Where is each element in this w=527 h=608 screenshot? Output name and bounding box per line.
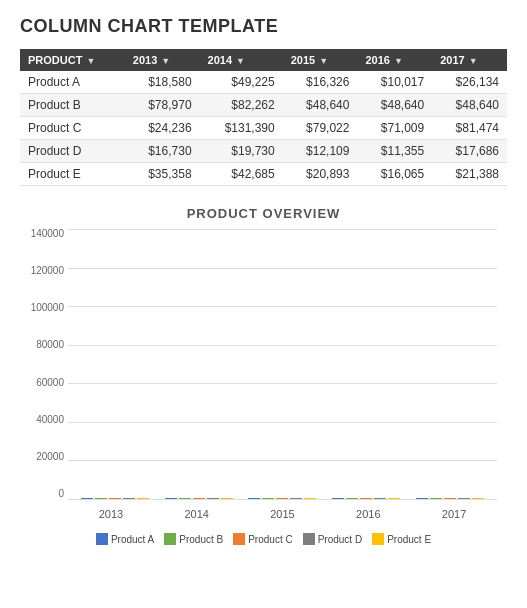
table-row: Product E$35,358$42,685$20,893$16,065$21… [20, 163, 507, 186]
value-cell: $78,970 [125, 94, 200, 117]
value-cell: $82,262 [200, 94, 283, 117]
page-title: COLUMN CHART TEMPLATE [20, 16, 507, 37]
legend-label: Product B [179, 534, 223, 545]
chart-section: PRODUCT OVERVIEW 02000040000600008000010… [20, 206, 507, 545]
legend-color-swatch [233, 533, 245, 545]
value-cell: $20,893 [283, 163, 358, 186]
value-cell: $48,640 [283, 94, 358, 117]
value-cell: $71,009 [357, 117, 432, 140]
value-cell: $16,065 [357, 163, 432, 186]
chart-inner [68, 229, 497, 499]
x-labels: 20132014201520162017 [68, 499, 497, 529]
table-header-product: PRODUCT▼ [20, 49, 125, 71]
filter-icon[interactable]: ▼ [86, 56, 95, 66]
table-row: Product C$24,236$131,390$79,022$71,009$8… [20, 117, 507, 140]
value-cell: $16,326 [283, 71, 358, 94]
filter-icon-2014[interactable]: ▼ [236, 56, 245, 66]
x-axis-label-2013: 2013 [68, 508, 154, 520]
x-axis-label-2017: 2017 [411, 508, 497, 520]
value-cell: $26,134 [432, 71, 507, 94]
y-axis-label: 60000 [36, 378, 64, 388]
legend-item-product-c: Product C [233, 533, 292, 545]
x-axis-label-2016: 2016 [325, 508, 411, 520]
legend: Product AProduct BProduct CProduct DProd… [20, 533, 507, 545]
y-axis-label: 100000 [31, 303, 64, 313]
y-axis-label: 120000 [31, 266, 64, 276]
y-axis-label: 80000 [36, 340, 64, 350]
x-axis-label-2014: 2014 [154, 508, 240, 520]
value-cell: $131,390 [200, 117, 283, 140]
value-cell: $19,730 [200, 140, 283, 163]
product-name-cell: Product B [20, 94, 125, 117]
value-cell: $48,640 [357, 94, 432, 117]
legend-label: Product D [318, 534, 362, 545]
value-cell: $48,640 [432, 94, 507, 117]
filter-icon-2016[interactable]: ▼ [394, 56, 403, 66]
filter-icon-2013[interactable]: ▼ [161, 56, 170, 66]
legend-label: Product A [111, 534, 154, 545]
value-cell: $49,225 [200, 71, 283, 94]
table-row: Product B$78,970$82,262$48,640$48,640$48… [20, 94, 507, 117]
value-cell: $16,730 [125, 140, 200, 163]
legend-item-product-e: Product E [372, 533, 431, 545]
legend-color-swatch [164, 533, 176, 545]
value-cell: $21,388 [432, 163, 507, 186]
legend-color-swatch [303, 533, 315, 545]
y-axis-label: 0 [58, 489, 64, 499]
bars-area [68, 229, 497, 499]
table-header-2017: 2017▼ [432, 49, 507, 71]
filter-icon-2015[interactable]: ▼ [319, 56, 328, 66]
value-cell: $10,017 [357, 71, 432, 94]
y-axis-label: 20000 [36, 452, 64, 462]
product-name-cell: Product A [20, 71, 125, 94]
product-name-cell: Product E [20, 163, 125, 186]
value-cell: $42,685 [200, 163, 283, 186]
table-header-2013: 2013▼ [125, 49, 200, 71]
legend-label: Product C [248, 534, 292, 545]
value-cell: $35,358 [125, 163, 200, 186]
chart-container: 020000400006000080000100000120000140000 … [20, 229, 507, 529]
legend-item-product-d: Product D [303, 533, 362, 545]
table-row: Product A$18,580$49,225$16,326$10,017$26… [20, 71, 507, 94]
table-header-2016: 2016▼ [357, 49, 432, 71]
product-name-cell: Product C [20, 117, 125, 140]
y-axis: 020000400006000080000100000120000140000 [20, 229, 68, 499]
product-name-cell: Product D [20, 140, 125, 163]
table-header-2015: 2015▼ [283, 49, 358, 71]
y-axis-label: 140000 [31, 229, 64, 239]
y-axis-label: 40000 [36, 415, 64, 425]
legend-item-product-a: Product A [96, 533, 154, 545]
table-header-2014: 2014▼ [200, 49, 283, 71]
value-cell: $18,580 [125, 71, 200, 94]
filter-icon-2017[interactable]: ▼ [469, 56, 478, 66]
legend-item-product-b: Product B [164, 533, 223, 545]
legend-color-swatch [372, 533, 384, 545]
value-cell: $79,022 [283, 117, 358, 140]
x-axis-label-2015: 2015 [240, 508, 326, 520]
value-cell: $24,236 [125, 117, 200, 140]
value-cell: $11,355 [357, 140, 432, 163]
chart-title: PRODUCT OVERVIEW [20, 206, 507, 221]
value-cell: $17,686 [432, 140, 507, 163]
table-row: Product D$16,730$19,730$12,109$11,355$17… [20, 140, 507, 163]
legend-label: Product E [387, 534, 431, 545]
legend-color-swatch [96, 533, 108, 545]
value-cell: $12,109 [283, 140, 358, 163]
data-table: PRODUCT▼2013▼2014▼2015▼2016▼2017▼ Produc… [20, 49, 507, 186]
value-cell: $81,474 [432, 117, 507, 140]
